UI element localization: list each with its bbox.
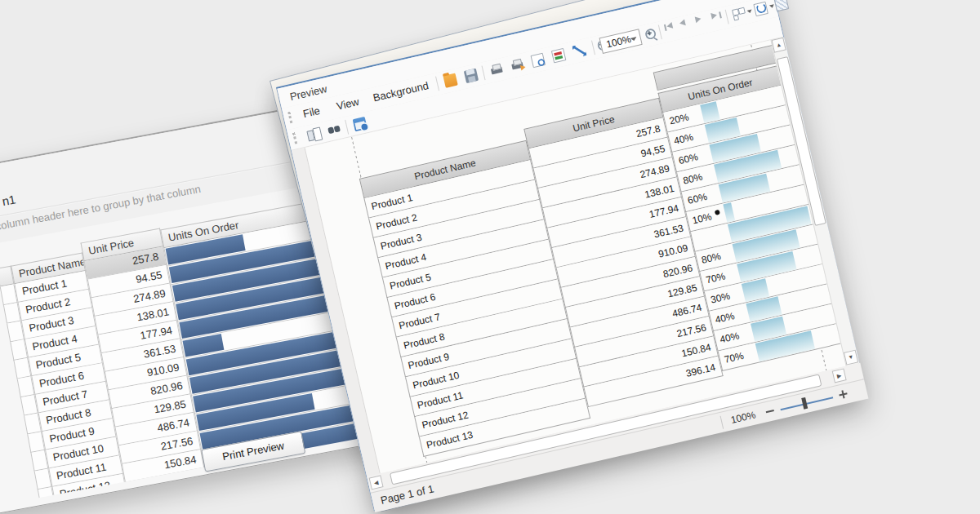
stage: n1 Drag a column header here to group by… [0,0,980,514]
last-page-icon[interactable] [710,11,718,19]
units-bar [723,202,735,223]
menu-view[interactable]: View [335,95,360,113]
open-icon[interactable] [443,73,457,88]
first-page-arrow[interactable] [666,22,674,29]
scroll-right-button[interactable]: ▶ [832,368,847,383]
last-page-bar[interactable] [719,11,722,18]
print-icon[interactable] [489,63,504,78]
document-map-icon[interactable] [306,127,321,142]
watermark-icon[interactable] [774,0,789,11]
export-document-icon[interactable] [753,2,768,16]
export-dropdown[interactable] [769,4,775,8]
scroll-up-button[interactable]: ▲ [772,38,786,53]
preview-window: Preview File View Background 100% [276,0,867,511]
toolbar-separator-5 [725,10,729,24]
toolbar2-separator [345,120,349,135]
quick-print-icon[interactable] [510,58,524,73]
menu-file[interactable]: File [302,104,322,120]
zoom-slider-minus[interactable] [766,410,774,413]
toolbar-separator-4 [658,25,662,40]
zoom-in-icon[interactable] [644,27,658,42]
status-zoom-label: 100% [730,409,757,426]
zoom-combo-arrow[interactable] [630,37,638,42]
status-separator [720,416,724,429]
page-setup-icon[interactable] [531,53,546,68]
multiple-pages-dropdown[interactable] [747,10,753,14]
next-page-icon[interactable] [695,16,702,23]
back-product-cell-13[interactable]: Product 13 [56,492,131,500]
save-icon[interactable] [464,69,479,83]
scroll-left-button[interactable]: ◀ [369,475,384,490]
grid-window-title: n1 [1,192,17,208]
units-bar [700,101,720,123]
toolbar2-grip[interactable] [292,132,297,144]
multiple-pages-icon[interactable] [731,7,746,21]
toolbar-grip[interactable] [287,112,292,123]
toolbar-separator-2 [482,66,486,81]
scale-icon[interactable] [572,43,586,58]
previous-page-icon[interactable] [679,19,686,26]
customize-icon[interactable] [353,117,368,131]
toolbar-separator-1 [435,77,439,91]
find-icon[interactable] [327,122,341,137]
picture-icon[interactable] [551,48,566,63]
toolbar-separator-3 [591,40,595,55]
